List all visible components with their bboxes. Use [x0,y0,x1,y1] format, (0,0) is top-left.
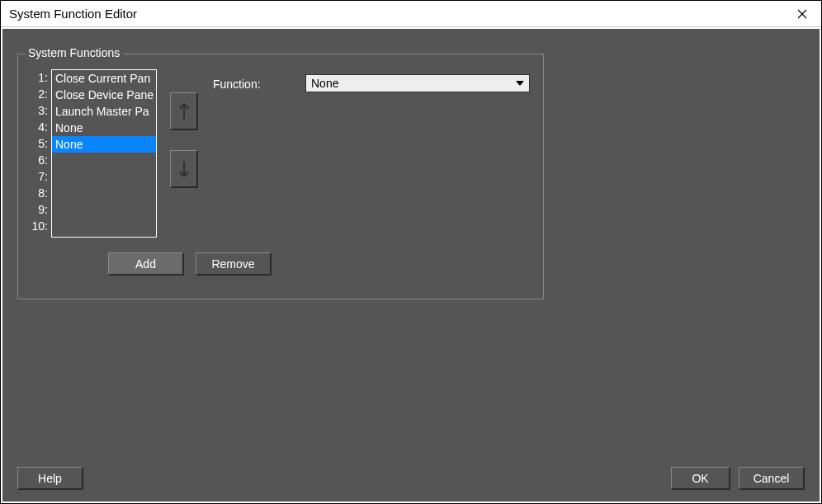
list-number: 6: [28,152,48,168]
list-number: 4: [28,119,48,135]
functions-listbox[interactable]: Close Current Pan Close Device Pane Laun… [51,69,157,238]
list-number: 1: [28,69,48,86]
close-icon[interactable] [783,1,821,27]
list-number: 10: [28,218,48,234]
list-number: 3: [28,102,48,119]
list-number: 8: [28,185,48,201]
cancel-button[interactable]: Cancel [739,467,805,490]
list-item[interactable]: Launch Master Pa [52,103,156,120]
list-numbers: 1: 2: 3: 4: 5: 6: 7: 8: 9: 10: [28,69,48,234]
function-dropdown[interactable]: None [305,74,530,92]
cancel-button-label: Cancel [754,472,790,485]
list-item[interactable]: Close Current Pan [52,70,156,87]
move-up-button[interactable] [170,92,198,130]
add-button-label: Add [135,257,156,271]
list-item[interactable]: None [52,120,156,136]
chevron-down-icon [513,76,527,91]
dropdown-selected: None [311,77,338,90]
remove-button-label: Remove [211,257,254,271]
list-number: 9: [28,201,48,218]
remove-button[interactable]: Remove [196,252,272,276]
list-item[interactable]: None [52,136,156,153]
list-number: 2: [28,86,48,102]
window: System Function Editor System Functions … [0,0,822,504]
titlebar: System Function Editor [1,1,821,27]
ok-button-label: OK [692,472,708,485]
content-area: System Functions 1: 2: 3: 4: 5: 6: 7: 8:… [2,29,820,502]
system-functions-group: System Functions 1: 2: 3: 4: 5: 6: 7: 8:… [17,54,544,299]
list-number: 5: [28,135,48,152]
help-button-label: Help [38,472,62,485]
ok-button[interactable]: OK [671,467,730,490]
move-down-button[interactable] [170,150,198,188]
function-label: Function: [213,78,261,91]
window-title: System Function Editor [9,7,137,21]
add-button[interactable]: Add [108,252,184,276]
help-button[interactable]: Help [17,467,83,490]
list-number: 7: [28,168,48,185]
list-item[interactable]: Close Device Pane [52,87,156,103]
group-legend: System Functions [25,46,123,59]
